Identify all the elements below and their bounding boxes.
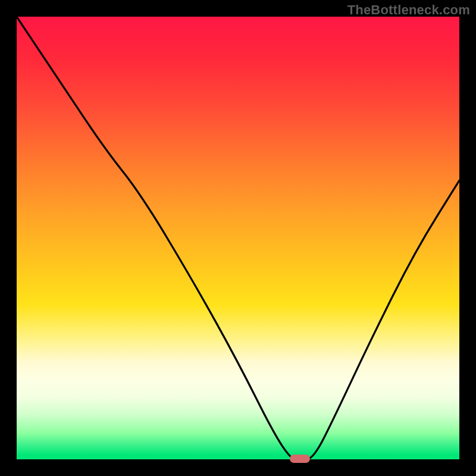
- watermark-text: TheBottleneck.com: [347, 2, 470, 18]
- plot-area: [17, 17, 459, 459]
- curve-path: [17, 17, 459, 459]
- chart-frame: TheBottleneck.com: [0, 0, 476, 476]
- bottleneck-curve: [17, 17, 459, 459]
- optimal-marker: [290, 455, 310, 463]
